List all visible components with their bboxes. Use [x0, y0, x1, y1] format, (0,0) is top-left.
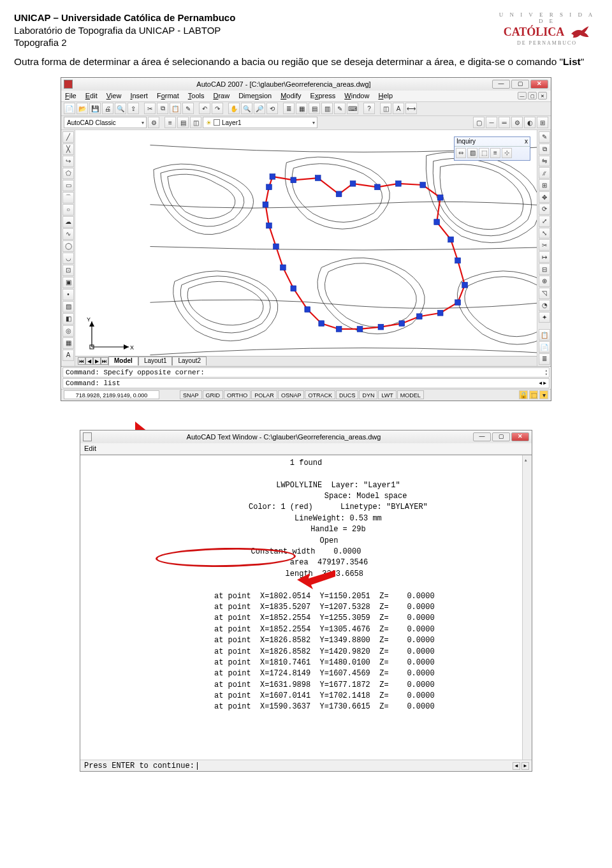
array-icon[interactable]: ⊞ [539, 179, 550, 191]
status-snap[interactable]: SNAP [180, 390, 202, 399]
circle-icon[interactable]: ○ [62, 204, 74, 216]
layer-state-icon[interactable]: ◫ [190, 117, 201, 128]
status-otrack[interactable]: OTRACK [305, 390, 335, 399]
inquiry-toolbar[interactable]: Inquiry x ⇔ ▧ ⬚ ≡ ⊹ [454, 136, 530, 161]
copy-icon[interactable]: ⧉ [157, 103, 168, 114]
polygon-icon[interactable]: ⬠ [62, 168, 74, 179]
scale-icon[interactable]: ⤢ [539, 216, 550, 227]
break-icon[interactable]: ⊟ [539, 263, 550, 275]
layer-dropdown[interactable]: ☀ Layer1 [203, 117, 317, 128]
move-icon[interactable]: ✥ [539, 191, 550, 203]
menu-view[interactable]: View [106, 92, 122, 99]
makeblock-icon[interactable]: ▣ [62, 277, 74, 288]
region-icon[interactable]: ◎ [62, 325, 74, 337]
xline-icon[interactable]: ╳ [62, 143, 74, 155]
trim-icon[interactable]: ✂ [539, 239, 550, 251]
textwin-titlebar[interactable]: AutoCAD Text Window - C:\glauber\Georref… [80, 430, 532, 443]
workspace-dropdown[interactable]: AutoCAD Classic [64, 117, 147, 128]
tw-maximize-button[interactable]: ▢ [492, 432, 510, 441]
status-osnap[interactable]: OSNAP [278, 390, 305, 399]
drawing-canvas[interactable]: X Y Inquiry x ⇔ ▧ [75, 130, 537, 366]
new-icon[interactable]: 📄 [64, 103, 75, 114]
line-icon[interactable]: ╱ [62, 131, 74, 143]
rotate-icon[interactable]: ⟳ [539, 203, 550, 215]
menu-insert[interactable]: Insert [130, 92, 148, 99]
publish-icon[interactable]: ⇪ [127, 103, 139, 114]
close-button[interactable]: ✕ [530, 80, 548, 89]
tray-lock-icon[interactable]: 🔒 [519, 390, 528, 399]
properties-icon[interactable]: ≣ [283, 103, 295, 114]
mirror-icon[interactable]: ⇋ [539, 156, 550, 167]
pline-icon[interactable]: ↪ [62, 156, 74, 167]
ws-save-icon[interactable]: ⚙ [148, 117, 159, 128]
prop-lw-icon[interactable]: ═ [499, 117, 510, 128]
tw-menu-edit[interactable]: Edit [84, 445, 96, 452]
tab-nav-prev[interactable]: ◀ [85, 357, 93, 365]
arc-icon[interactable]: ⌒ [62, 192, 74, 203]
zoom-rt-icon[interactable]: 🔍 [241, 103, 252, 114]
menu-window[interactable]: Window [344, 92, 369, 99]
layer-filter-icon[interactable]: ▤ [177, 117, 189, 128]
join-icon[interactable]: ⊕ [539, 276, 550, 287]
menu-modify[interactable]: Modify [280, 92, 301, 99]
textwin-footer[interactable]: Press ENTER to continue: ◀▶ [80, 760, 532, 771]
tab-layout2[interactable]: Layout2 [172, 357, 207, 365]
hatch-icon[interactable]: ▨ [62, 301, 74, 313]
layer-props-icon[interactable]: ≡ [164, 117, 176, 128]
menu-express[interactable]: Express [310, 92, 336, 99]
id-icon[interactable]: ⊹ [502, 148, 512, 158]
offset-icon[interactable]: ⫽ [539, 167, 550, 179]
gradient-icon[interactable]: ◧ [62, 313, 74, 325]
chamfer-icon[interactable]: ◹ [539, 288, 550, 299]
autocad-titlebar[interactable]: AutoCAD 2007 - [C:\glauber\Georreferenci… [61, 78, 551, 91]
status-grid[interactable]: GRID [203, 390, 224, 399]
inquiry-close-icon[interactable]: x [525, 138, 528, 145]
ucs-icon[interactable]: ⊞ [537, 117, 548, 128]
minimize-button[interactable]: — [492, 80, 510, 89]
redo-icon[interactable]: ↷ [212, 103, 223, 114]
menu-help[interactable]: Help [378, 92, 393, 99]
tw-close-button[interactable]: ✕ [511, 432, 529, 441]
status-dyn[interactable]: DYN [359, 390, 377, 399]
rect-icon[interactable]: ▭ [62, 180, 74, 191]
pasteclip-icon[interactable]: 📄 [539, 341, 550, 353]
qcalc-icon[interactable]: ⌨ [347, 103, 358, 114]
tray-full-icon[interactable]: ⬚ [529, 390, 538, 399]
tab-model[interactable]: Model [108, 357, 138, 365]
zoom-win-icon[interactable]: 🔎 [254, 103, 265, 114]
markup-icon[interactable]: ✎ [334, 103, 346, 114]
dc-icon[interactable]: ▦ [296, 103, 307, 114]
maximize-button[interactable]: ▢ [511, 80, 529, 89]
stretch-icon[interactable]: ⤡ [539, 228, 550, 239]
tab-nav-last[interactable]: ⏭ [101, 357, 108, 365]
paste-icon[interactable]: 📋 [170, 103, 181, 114]
menu-file[interactable]: File [65, 92, 76, 99]
explode-icon[interactable]: ✦ [539, 312, 550, 323]
textwin-body[interactable]: 1 found LWPOLYLINE Layer: "Layer1" Space… [80, 455, 532, 760]
revcloud-icon[interactable]: ☁ [62, 216, 74, 228]
menu-draw[interactable]: Draw [213, 92, 229, 99]
zoom-prev-icon[interactable]: ⟲ [266, 103, 278, 114]
matchprop-icon[interactable]: ✎ [182, 103, 194, 114]
block-icon[interactable]: ◫ [380, 103, 391, 114]
point-icon[interactable]: • [62, 289, 74, 300]
menu-dimension[interactable]: Dimension [238, 92, 272, 99]
props-icon[interactable]: ≣ [539, 353, 550, 365]
render-icon[interactable]: ◐ [524, 117, 536, 128]
ssm-icon[interactable]: ▥ [321, 103, 333, 114]
tw-hscroll-left[interactable]: ◀ [513, 762, 520, 770]
open-icon[interactable]: 📂 [76, 103, 88, 114]
fillet-icon[interactable]: ◔ [539, 300, 550, 311]
prop-color-icon[interactable]: ▢ [473, 117, 484, 128]
extend-icon[interactable]: ↦ [539, 251, 550, 263]
mdi-close[interactable]: ✕ [538, 92, 547, 99]
tw-hscroll-right[interactable]: ▶ [521, 762, 529, 770]
tab-nav-first[interactable]: ⏮ [78, 357, 85, 365]
save-icon[interactable]: 💾 [89, 103, 101, 114]
distance-icon[interactable]: ⇔ [456, 148, 466, 158]
tab-layout1[interactable]: Layout1 [138, 357, 173, 365]
preview-icon[interactable]: 🔍 [115, 103, 126, 114]
status-model[interactable]: MODEL [397, 390, 424, 399]
status-polar[interactable]: POLAR [251, 390, 277, 399]
insertblock-icon[interactable]: ⊡ [62, 265, 74, 276]
